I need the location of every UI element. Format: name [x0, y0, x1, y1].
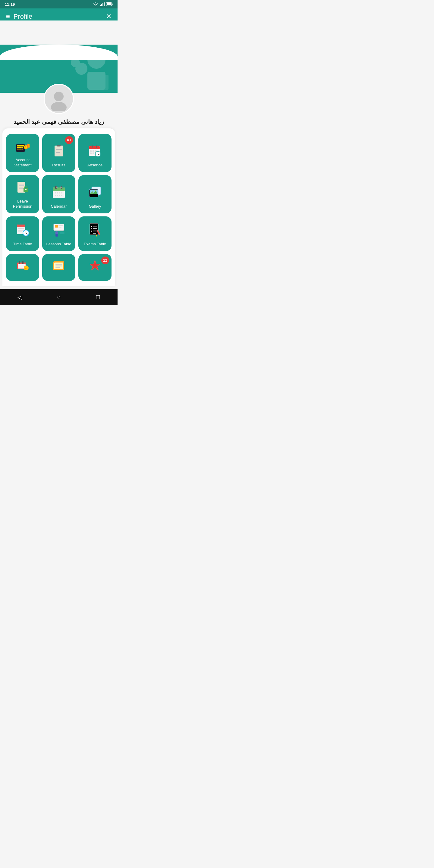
svg-rect-102 [91, 230, 92, 232]
svg-point-59 [60, 187, 62, 188]
item-12-icon [88, 258, 102, 274]
svg-point-14 [51, 102, 67, 111]
svg-point-67 [61, 195, 62, 196]
svg-rect-5 [112, 4, 113, 5]
item-10-icon: $ [16, 258, 30, 274]
svg-rect-101 [93, 230, 97, 231]
user-name: زياد هانى مصطفى فهمى عبد الحميد [6, 118, 112, 125]
svg-rect-6 [107, 3, 111, 5]
svg-rect-92 [60, 234, 62, 236]
card-results[interactable]: A+ Results [42, 134, 75, 172]
svg-rect-3 [104, 2, 104, 6]
card-item-11[interactable] [42, 254, 75, 281]
svg-rect-79 [18, 230, 24, 230]
results-badge: A+ [65, 136, 73, 144]
svg-rect-18 [19, 147, 21, 148]
svg-rect-86 [55, 225, 58, 227]
results-icon [52, 144, 66, 160]
svg-rect-32 [56, 152, 60, 153]
card-account-statement[interactable]: $ Account Statement [6, 134, 39, 172]
svg-rect-48 [19, 184, 24, 184]
svg-rect-0 [100, 5, 101, 6]
close-button[interactable]: ✕ [106, 13, 112, 21]
svg-point-89 [55, 231, 58, 234]
svg-rect-2 [102, 3, 103, 6]
svg-rect-51 [19, 188, 24, 189]
svg-rect-33 [57, 145, 61, 147]
svg-rect-19 [22, 147, 23, 148]
exams-table-label: Exams Table [84, 242, 106, 247]
svg-rect-107 [19, 261, 20, 264]
header: ≡ Profile ✕ [0, 8, 118, 21]
card-gallery[interactable]: Gallery [79, 175, 112, 213]
svg-rect-108 [22, 261, 24, 264]
svg-rect-22 [22, 149, 23, 150]
svg-rect-80 [18, 231, 22, 232]
svg-point-66 [59, 195, 60, 196]
item-12-badge: 12 [101, 256, 109, 264]
absence-label: Absence [87, 163, 103, 168]
wifi-icon [93, 2, 98, 6]
svg-rect-37 [96, 145, 97, 148]
svg-text:$: $ [25, 146, 26, 149]
card-item-10[interactable]: $ [6, 254, 39, 281]
svg-rect-16 [17, 145, 24, 147]
card-time-table[interactable]: Time Table [6, 216, 39, 251]
svg-rect-116 [56, 266, 62, 267]
svg-rect-36 [92, 145, 93, 148]
menu-button[interactable]: ≡ [6, 13, 10, 21]
leave-permission-icon [15, 179, 30, 196]
svg-rect-55 [53, 187, 65, 191]
gallery-label: Gallery [89, 204, 101, 209]
card-exams-table[interactable]: Exams Table [79, 216, 112, 251]
hero-bg-decoration [57, 48, 112, 90]
account-statement-icon: $ [15, 138, 30, 155]
bottom-nav: ◁ ○ □ [0, 289, 118, 305]
calendar-icon [51, 184, 66, 202]
svg-point-93 [62, 232, 64, 234]
svg-rect-30 [56, 149, 62, 150]
svg-rect-17 [17, 147, 19, 148]
calendar-label: Calendar [51, 204, 67, 209]
svg-rect-50 [19, 187, 23, 187]
card-lessons-table[interactable]: Lessons Table [42, 216, 75, 251]
card-calendar[interactable]: Calendar [42, 175, 75, 213]
card-leave-permission[interactable]: Leave Permission [6, 175, 39, 213]
svg-rect-87 [59, 225, 63, 226]
svg-rect-29 [56, 148, 62, 148]
avatar[interactable] [44, 84, 74, 114]
svg-rect-115 [56, 264, 62, 265]
avatar-container [0, 84, 118, 114]
svg-marker-105 [96, 235, 97, 237]
home-button[interactable]: ○ [50, 291, 68, 303]
gallery-icon [87, 184, 102, 202]
svg-point-62 [59, 192, 60, 193]
absence-icon [87, 143, 102, 160]
svg-rect-41 [90, 153, 92, 154]
recents-button[interactable]: □ [89, 291, 107, 303]
lessons-table-icon [51, 222, 66, 239]
card-absence[interactable]: Absence [79, 134, 112, 172]
svg-point-60 [55, 192, 56, 193]
svg-text:$: $ [25, 267, 27, 270]
svg-point-7 [87, 51, 105, 69]
svg-rect-100 [91, 228, 92, 229]
status-bar: 11:19 [0, 0, 118, 8]
svg-point-65 [57, 195, 58, 196]
svg-rect-103 [93, 233, 96, 234]
svg-rect-88 [59, 227, 61, 227]
svg-rect-21 [19, 149, 21, 150]
svg-rect-97 [93, 226, 97, 227]
svg-point-53 [25, 189, 27, 190]
exams-table-icon [87, 222, 102, 239]
svg-rect-94 [62, 234, 64, 236]
back-button[interactable]: ◁ [10, 291, 29, 303]
avatar-image [47, 87, 71, 111]
svg-rect-49 [19, 185, 24, 186]
svg-point-63 [61, 192, 62, 193]
card-item-12[interactable]: 12 [79, 254, 112, 281]
page-title: Profile [10, 13, 106, 21]
svg-rect-38 [90, 150, 92, 152]
results-label: Results [52, 163, 65, 168]
lessons-table-label: Lessons Table [46, 242, 71, 247]
